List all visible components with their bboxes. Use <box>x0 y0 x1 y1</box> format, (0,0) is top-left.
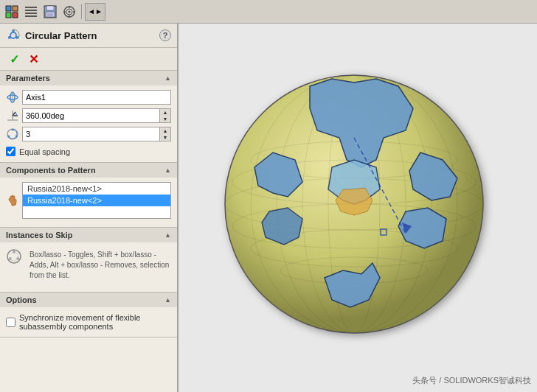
component-item-2[interactable]: Russia2018-new<2> <box>23 195 170 206</box>
equal-spacing-row: Equal spacing <box>6 145 171 158</box>
svg-point-21 <box>15 36 18 39</box>
instances-header[interactable]: Instances to Skip ▲ <box>0 228 177 242</box>
sphere-container <box>186 31 522 377</box>
sync-label: Synchronize movement of flexible subasse… <box>19 313 171 331</box>
sync-row: Synchronize movement of flexible subasse… <box>6 312 171 332</box>
sphere-visualization <box>214 64 494 344</box>
equal-spacing-label: Equal spacing <box>19 147 70 156</box>
parameters-label: Parameters <box>6 74 50 83</box>
count-spin-up[interactable]: ▲ <box>160 127 170 134</box>
parameters-section: Parameters ▲ <box>0 71 177 163</box>
toolbar-separator <box>81 4 82 19</box>
components-header[interactable]: Components to Pattern ▲ <box>0 163 177 178</box>
toolbar-icon-assembly[interactable] <box>3 3 21 21</box>
svg-rect-5 <box>25 10 37 11</box>
toolbar-icon-save[interactable] <box>41 3 59 21</box>
panel-title: Circular Pattern <box>25 30 159 41</box>
axis-input[interactable] <box>22 90 171 105</box>
svg-rect-2 <box>6 13 11 18</box>
skip-icon <box>6 248 22 267</box>
angle-row: ▲ ▼ <box>6 108 171 123</box>
toolbar: ◄► <box>0 0 537 24</box>
components-label: Components to Pattern <box>6 166 96 175</box>
options-content: Synchronize movement of flexible subasse… <box>0 307 177 337</box>
instances-chevron: ▲ <box>164 231 171 239</box>
components-row: Russia2018-new<1> Russia2018-new<2> <box>6 182 171 219</box>
instances-label: Instances to Skip <box>6 231 72 239</box>
cancel-button[interactable]: ✕ <box>25 51 41 67</box>
circular-pattern-icon <box>6 28 21 43</box>
parameters-chevron: ▲ <box>164 74 171 82</box>
toolbar-icon-list[interactable] <box>22 3 40 21</box>
viewport: 头条号 / SOLIDWORKS智诚科技 <box>179 24 537 392</box>
hand-icon <box>6 194 19 207</box>
options-header[interactable]: Options ▲ <box>0 293 177 307</box>
components-chevron: ▲ <box>164 167 171 174</box>
help-button[interactable]: ? <box>159 29 171 41</box>
angle-icon <box>6 109 19 122</box>
svg-rect-0 <box>6 6 11 11</box>
component-item-1[interactable]: Russia2018-new<1> <box>23 183 170 195</box>
toolbar-expand-btn[interactable]: ◄► <box>85 3 105 21</box>
instances-section: Instances to Skip ▲ Box/lasso - Togg <box>0 228 177 293</box>
count-input[interactable] <box>22 127 159 141</box>
svg-rect-4 <box>25 7 37 8</box>
components-content: Russia2018-new<1> Russia2018-new<2> <box>0 178 177 227</box>
parameters-header[interactable]: Parameters ▲ <box>0 71 177 85</box>
angle-spin-buttons: ▲ ▼ <box>159 108 171 123</box>
parameters-content: ▲ ▼ <box>0 85 177 162</box>
svg-point-14 <box>69 10 71 13</box>
ok-button[interactable]: ✓ <box>6 51 22 67</box>
options-label: Options <box>6 295 37 304</box>
watermark-label: 头条号 / SOLIDWORKS智诚科技 <box>412 375 531 386</box>
svg-rect-6 <box>25 13 37 14</box>
svg-point-22 <box>8 36 11 39</box>
count-icon <box>6 127 19 141</box>
watermark: 头条号 / SOLIDWORKS智诚科技 <box>412 375 531 386</box>
action-row: ✓ ✕ <box>0 48 177 71</box>
angle-spin: ▲ ▼ <box>22 108 171 123</box>
svg-rect-7 <box>25 15 37 17</box>
main-content: Circular Pattern ? ✓ ✕ Parameters ▲ <box>0 24 537 392</box>
skip-row: Box/lasso - Toggles, Shift + box/lasso -… <box>6 247 171 284</box>
components-section: Components to Pattern ▲ Russia2018-new<1… <box>0 163 177 228</box>
svg-rect-11 <box>47 13 53 16</box>
toolbar-icon-target[interactable] <box>60 3 78 21</box>
angle-input[interactable] <box>22 108 159 123</box>
options-chevron: ▲ <box>164 296 171 304</box>
options-section: Options ▲ Synchronize movement of flexib… <box>0 293 177 337</box>
count-spin-buttons: ▲ ▼ <box>159 127 171 141</box>
panel-header: Circular Pattern ? <box>0 24 177 48</box>
instances-content: Box/lasso - Toggles, Shift + box/lasso -… <box>0 242 177 292</box>
svg-point-19 <box>10 32 16 38</box>
axis-icon <box>6 91 19 104</box>
svg-rect-1 <box>13 6 18 11</box>
angle-spin-down[interactable]: ▼ <box>160 116 170 122</box>
angle-spin-up[interactable]: ▲ <box>160 109 170 116</box>
count-spin: ▲ ▼ <box>22 127 171 141</box>
equal-spacing-checkbox[interactable] <box>6 147 15 156</box>
count-row: ▲ ▼ <box>6 127 171 141</box>
axis-row <box>6 90 171 105</box>
svg-rect-9 <box>46 6 54 10</box>
count-spin-down[interactable]: ▼ <box>160 134 170 141</box>
skip-hint-text: Box/lasso - Toggles, Shift + box/lasso -… <box>28 247 171 284</box>
left-panel: Circular Pattern ? ✓ ✕ Parameters ▲ <box>0 24 179 392</box>
svg-rect-3 <box>13 13 18 18</box>
sync-checkbox[interactable] <box>6 318 15 327</box>
svg-point-20 <box>12 29 15 32</box>
components-list: Russia2018-new<1> Russia2018-new<2> <box>22 182 171 219</box>
